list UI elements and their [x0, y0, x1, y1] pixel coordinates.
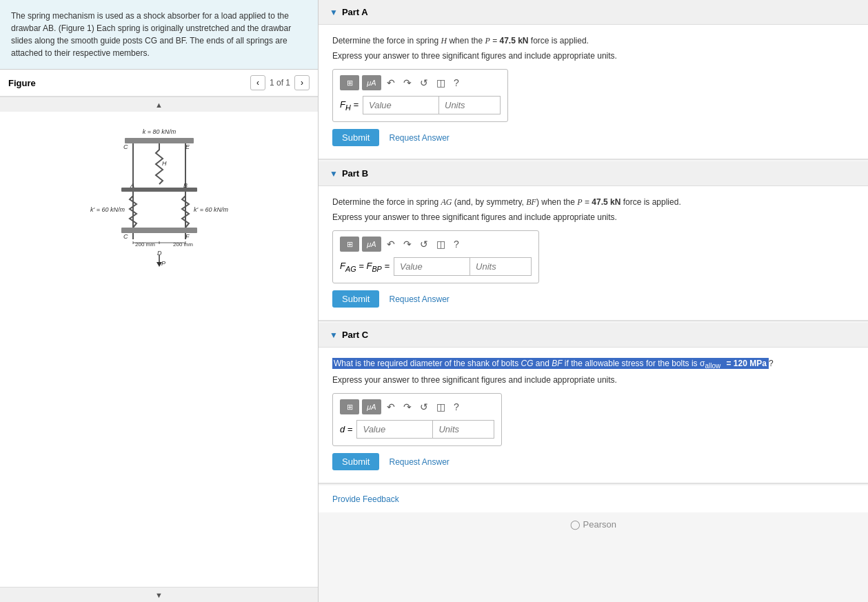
part-c-units-input[interactable]: [432, 420, 494, 439]
part-a-express-text: Express your answer to three significant…: [332, 51, 854, 61]
part-c-body: What is the required diameter of the sha…: [319, 348, 868, 484]
part-a-units-input[interactable]: [438, 96, 501, 114]
part-a-header: ▼ Part A: [319, 0, 868, 25]
part-b-keyboard-icon[interactable]: ◫: [434, 237, 448, 252]
part-b-reset-icon[interactable]: ↺: [417, 237, 431, 252]
part-b-body: Determine the force in spring AG (and, b…: [319, 186, 868, 321]
part-a-actions: Submit Request Answer: [332, 129, 854, 146]
part-a-grid-button[interactable]: ⊞: [340, 75, 359, 90]
part-a-value-input[interactable]: [363, 96, 438, 114]
part-b-section: ▼ Part B Determine the force in spring A…: [319, 161, 868, 321]
figure-navigation: ‹ 1 of 1 ›: [250, 75, 310, 90]
part-b-units-input[interactable]: [470, 257, 532, 276]
part-a-submit-button[interactable]: Submit: [332, 129, 379, 146]
right-panel: ▼ Part A Determine the force in spring H…: [319, 0, 868, 602]
part-b-input-box: ⊞ μA ↶ ↷ ↺ ◫ ? FAG = FBP =: [332, 230, 539, 283]
part-a-mu-button[interactable]: μA: [362, 75, 381, 90]
part-c-actions: Submit Request Answer: [332, 453, 854, 470]
part-b-redo-icon[interactable]: ↷: [401, 237, 414, 252]
left-panel: The spring mechanism is used as a shock …: [0, 0, 319, 602]
part-b-question: Determine the force in spring AG (and, b…: [332, 196, 854, 208]
part-a-help-icon[interactable]: ?: [451, 75, 462, 90]
part-c-header: ▼ Part C: [319, 323, 868, 348]
part-c-mu-button[interactable]: μA: [362, 399, 381, 414]
svg-rect-0: [125, 138, 194, 143]
figure-next-button[interactable]: ›: [294, 75, 310, 90]
svg-text:200 mm: 200 mm: [135, 241, 155, 248]
part-b-undo-icon[interactable]: ↶: [384, 237, 398, 252]
provide-feedback-section: Provide Feedback: [319, 485, 868, 512]
part-b-request-answer-link[interactable]: Request Answer: [389, 294, 449, 304]
figure-content-area: ▲ k = 80 kN/m A B C: [0, 97, 318, 602]
part-b-collapse-arrow[interactable]: ▼: [330, 169, 338, 179]
pearson-label: ◯ Pearson: [570, 519, 616, 530]
svg-text:k = 80 kN/m: k = 80 kN/m: [142, 128, 176, 135]
part-b-grid-button[interactable]: ⊞: [340, 237, 359, 252]
part-c-submit-button[interactable]: Submit: [332, 453, 379, 470]
part-c-input-box: ⊞ μA ↶ ↷ ↺ ◫ ? d =: [332, 393, 502, 446]
part-a-collapse-arrow[interactable]: ▼: [330, 8, 338, 17]
part-b-label: Part B: [342, 168, 368, 179]
figure-section: Figure ‹ 1 of 1 › ▲ k = 80 kN/m: [0, 70, 318, 602]
part-a-keyboard-icon[interactable]: ◫: [434, 75, 448, 90]
svg-text:200 mm: 200 mm: [173, 241, 193, 248]
scroll-down-button[interactable]: ▼: [0, 587, 318, 602]
figure-image: k = 80 kN/m A B C E H: [0, 112, 318, 587]
part-a-body: Determine the force in spring H when the…: [319, 25, 868, 160]
part-b-value-input[interactable]: [394, 257, 470, 276]
svg-text:F: F: [185, 233, 190, 240]
part-b-submit-button[interactable]: Submit: [332, 290, 379, 308]
part-c-label: Part C: [342, 330, 368, 340]
problem-text-content: The spring mechanism is used as a shock …: [11, 11, 291, 58]
part-a-section: ▼ Part A Determine the force in spring H…: [319, 0, 868, 160]
part-c-reset-icon[interactable]: ↺: [417, 399, 431, 414]
part-b-header: ▼ Part B: [319, 161, 868, 186]
part-b-help-icon[interactable]: ?: [451, 237, 462, 252]
part-c-grid-button[interactable]: ⊞: [340, 399, 359, 414]
svg-text:C: C: [123, 143, 128, 150]
part-a-input-box: ⊞ μA ↶ ↷ ↺ ◫ ? FH =: [332, 69, 508, 122]
part-c-collapse-arrow[interactable]: ▼: [330, 330, 338, 340]
pearson-logo-area: ◯ Pearson: [319, 512, 868, 536]
svg-text:P: P: [161, 260, 165, 267]
svg-rect-12: [121, 228, 197, 233]
part-c-help-icon[interactable]: ?: [451, 399, 462, 414]
part-a-redo-icon[interactable]: ↷: [401, 75, 414, 90]
part-a-toolbar: ⊞ μA ↶ ↷ ↺ ◫ ?: [340, 75, 501, 90]
part-c-section: ▼ Part C What is the required diameter o…: [319, 323, 868, 484]
part-c-input-row: d =: [340, 420, 494, 439]
svg-text:E: E: [185, 143, 190, 150]
part-a-undo-icon[interactable]: ↶: [384, 75, 398, 90]
part-c-request-answer-link[interactable]: Request Answer: [389, 457, 449, 467]
part-c-redo-icon[interactable]: ↷: [401, 399, 414, 414]
scroll-up-button[interactable]: ▲: [0, 97, 318, 112]
part-c-value-input[interactable]: [356, 420, 432, 439]
part-b-input-row: FAG = FBP =: [340, 257, 532, 276]
spring-diagram: k = 80 kN/m A B C E H: [83, 119, 235, 270]
part-a-question: Determine the force in spring H when the…: [332, 34, 854, 47]
provide-feedback-link[interactable]: Provide Feedback: [332, 494, 399, 504]
svg-text:H: H: [162, 160, 167, 167]
svg-rect-9: [121, 188, 197, 192]
part-c-undo-icon[interactable]: ↶: [384, 399, 398, 414]
part-a-label: Part A: [342, 7, 368, 17]
figure-title: Figure: [8, 78, 36, 88]
part-b-express-text: Express your answer to three significant…: [332, 212, 854, 222]
part-c-keyboard-icon[interactable]: ◫: [434, 399, 448, 414]
part-a-request-answer-link[interactable]: Request Answer: [389, 133, 449, 143]
part-c-question: What is the required diameter of the sha…: [332, 357, 854, 371]
part-b-toolbar: ⊞ μA ↶ ↷ ↺ ◫ ?: [340, 237, 532, 252]
part-c-toolbar: ⊞ μA ↶ ↷ ↺ ◫ ?: [340, 399, 494, 414]
figure-header: Figure ‹ 1 of 1 ›: [0, 70, 318, 97]
part-b-input-label: FAG = FBP =: [340, 261, 390, 273]
problem-description: The spring mechanism is used as a shock …: [0, 0, 318, 70]
figure-page-indicator: 1 of 1: [270, 78, 290, 88]
svg-text:k' = 60 kN/m: k' = 60 kN/m: [90, 206, 125, 213]
part-a-reset-icon[interactable]: ↺: [417, 75, 431, 90]
svg-text:C: C: [123, 233, 128, 240]
part-c-express-text: Express your answer to three significant…: [332, 375, 854, 385]
part-b-actions: Submit Request Answer: [332, 290, 854, 308]
figure-prev-button[interactable]: ‹: [250, 75, 265, 90]
part-b-mu-button[interactable]: μA: [362, 237, 381, 252]
part-a-input-label: FH =: [340, 99, 359, 112]
